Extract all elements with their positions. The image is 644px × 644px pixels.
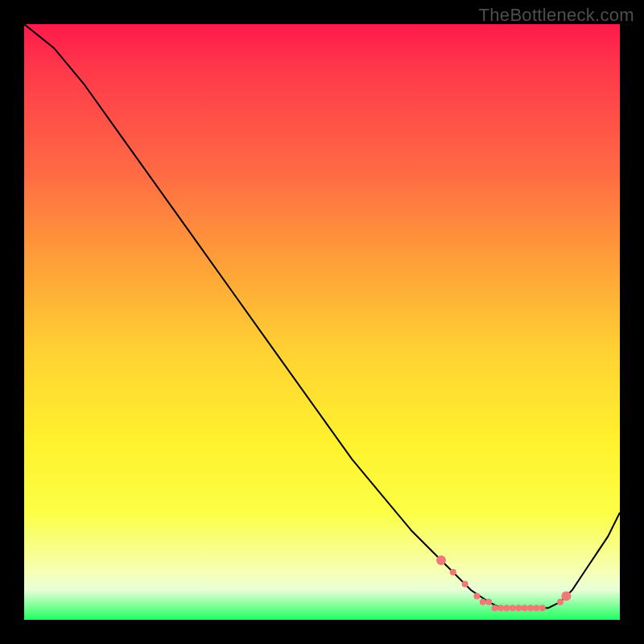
bottleneck-curve — [24, 24, 620, 608]
highlight-dot — [480, 599, 486, 605]
highlight-dot — [492, 605, 498, 611]
curve-layer — [24, 24, 620, 620]
highlight-dot — [497, 605, 504, 611]
highlight-dot — [436, 555, 446, 565]
bottleneck-curve-path — [24, 24, 620, 608]
highlight-dot — [510, 605, 516, 611]
highlight-dot — [473, 592, 480, 599]
highlight-dot — [561, 591, 571, 601]
highlight-dot — [522, 605, 528, 611]
highlight-dot — [527, 605, 534, 611]
highlight-dot — [533, 605, 539, 611]
watermark-text: TheBottleneck.com — [479, 5, 634, 26]
highlight-markers — [436, 555, 571, 611]
highlight-dot — [539, 605, 546, 611]
plot-area — [24, 24, 620, 620]
highlight-dot — [503, 605, 510, 611]
highlight-dot — [557, 599, 564, 605]
chart-frame: TheBottleneck.com — [0, 0, 644, 644]
highlight-dot — [462, 581, 469, 588]
highlight-dot — [515, 605, 522, 611]
highlight-dot — [485, 599, 492, 605]
highlight-dot — [450, 569, 456, 576]
